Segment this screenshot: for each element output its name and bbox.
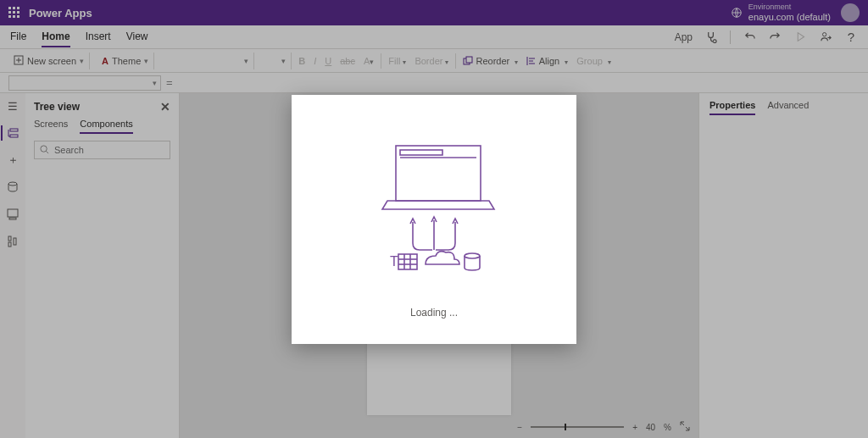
loading-illustration: T: [349, 120, 519, 290]
svg-text:T: T: [390, 254, 398, 269]
svg-rect-15: [400, 150, 442, 155]
svg-point-23: [465, 253, 480, 258]
svg-rect-18: [398, 254, 417, 269]
svg-rect-14: [396, 146, 481, 201]
loading-modal: T Loading ...: [292, 95, 576, 344]
loading-text: Loading ...: [410, 307, 458, 319]
